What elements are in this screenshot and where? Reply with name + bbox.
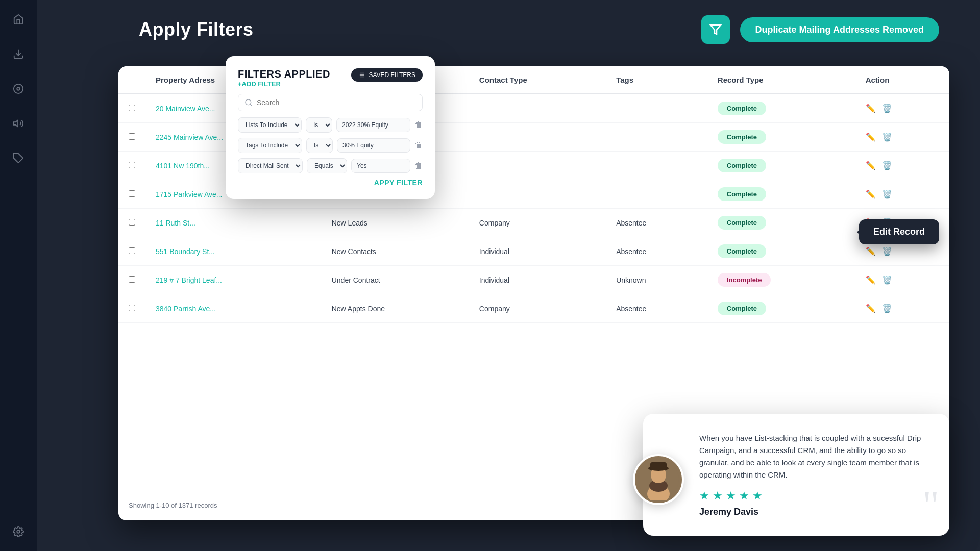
filter-op-2[interactable]: Is — [306, 138, 333, 153]
filter-op-3[interactable]: Equals — [307, 158, 347, 173]
row-tags-1 — [606, 123, 707, 152]
checkbox-2[interactable] — [129, 162, 135, 168]
row-tags-7: Absentee — [606, 294, 707, 323]
row-checkbox-5[interactable] — [118, 237, 145, 266]
row-tags-6: Unknown — [606, 266, 707, 294]
row-checkbox-2[interactable] — [118, 152, 145, 180]
row-address-5: 551 Boundary St... — [145, 237, 322, 266]
filters-header: FILTERS APPLIED +ADD FILTER SAVED FILTER… — [238, 68, 423, 88]
home-icon[interactable] — [9, 10, 28, 29]
star-3: ★ — [726, 489, 736, 503]
filter-value-3: Yes — [351, 159, 410, 173]
filter-search-input[interactable] — [257, 98, 416, 107]
filter-search-bar[interactable] — [238, 94, 423, 111]
row-leads-4: New Leads — [322, 209, 469, 237]
row-type-5: Complete — [707, 237, 855, 266]
row-contact-1 — [469, 123, 606, 152]
checkbox-6[interactable] — [129, 276, 135, 283]
status-badge-7: Complete — [718, 302, 766, 315]
svg-marker-3 — [14, 120, 18, 127]
filter-icon-button[interactable] — [701, 15, 730, 44]
delete-icon-7[interactable]: 🗑️ — [882, 304, 892, 313]
record-icon[interactable] — [9, 80, 28, 98]
edit-icon-7[interactable]: ✏️ — [866, 304, 876, 313]
settings-icon[interactable] — [9, 522, 28, 541]
svg-line-11 — [250, 104, 252, 106]
row-tags-3 — [606, 180, 707, 209]
row-checkbox-3[interactable] — [118, 180, 145, 209]
address-link-2[interactable]: 4101 Nw 190th... — [156, 162, 210, 170]
checkbox-7[interactable] — [129, 305, 135, 311]
row-checkbox-6[interactable] — [118, 266, 145, 294]
edit-icon-0[interactable]: ✏️ — [866, 104, 876, 113]
col-contact: Contact Type — [469, 66, 606, 94]
row-checkbox-4[interactable] — [118, 209, 145, 237]
filter-field-1[interactable]: Lists To Include — [238, 117, 302, 133]
row-tags-2 — [606, 152, 707, 180]
address-link-5[interactable]: 551 Boundary St... — [156, 247, 215, 256]
delete-icon-2[interactable]: 🗑️ — [882, 161, 892, 170]
filter-field-2[interactable]: Tags To Include — [238, 138, 302, 153]
filter-delete-1[interactable]: 🗑 — [414, 120, 423, 130]
filter-row-3: Direct Mail Sent Equals Yes 🗑 — [238, 158, 423, 173]
saved-filters-button[interactable]: SAVED FILTERS — [351, 68, 423, 82]
row-tags-5: Absentee — [606, 237, 707, 266]
filter-op-1[interactable]: Is — [306, 117, 332, 133]
edit-icon-3[interactable]: ✏️ — [866, 189, 876, 199]
delete-icon-6[interactable]: 🗑️ — [882, 275, 892, 285]
pagination-info: Showing 1-10 of 1371 records — [129, 502, 217, 509]
testimonial-card: When you have List-stacking that is coup… — [643, 414, 949, 536]
filter-delete-3[interactable]: 🗑 — [414, 161, 423, 170]
status-badge-1: Complete — [718, 130, 766, 144]
delete-icon-1[interactable]: 🗑️ — [882, 132, 892, 142]
quote-mark: " — [922, 485, 939, 525]
top-bar: Apply Filters Duplicate Mailing Addresse… — [139, 15, 939, 44]
svg-point-5 — [17, 530, 20, 533]
checkbox-1[interactable] — [129, 133, 135, 140]
row-action-0: ✏️ 🗑️ — [855, 94, 949, 123]
delete-icon-5[interactable]: 🗑️ — [882, 246, 892, 256]
filter-field-3[interactable]: Direct Mail Sent — [238, 158, 303, 173]
filter-delete-2[interactable]: 🗑 — [414, 141, 423, 150]
col-record-type: Record Type — [707, 66, 855, 94]
svg-point-1 — [14, 84, 23, 93]
tag-icon[interactable] — [9, 149, 28, 167]
table-row: 11 Ruth St... New Leads Company Absentee… — [118, 209, 949, 237]
svg-point-10 — [246, 99, 251, 105]
row-checkbox-7[interactable] — [118, 294, 145, 323]
filter-value-1: 2022 30% Equity — [336, 118, 410, 132]
checkbox-0[interactable] — [129, 105, 135, 111]
filters-title: FILTERS APPLIED — [238, 68, 330, 80]
filter-row-1: Lists To Include Is 2022 30% Equity 🗑 — [238, 117, 423, 133]
row-action-2: ✏️ 🗑️ — [855, 152, 949, 180]
delete-icon-3[interactable]: 🗑️ — [882, 189, 892, 199]
col-tags: Tags — [606, 66, 707, 94]
address-link-7[interactable]: 3840 Parrish Ave... — [156, 305, 216, 313]
duplicate-addresses-button[interactable]: Duplicate Mailing Addresses Removed — [740, 17, 939, 42]
status-badge-5: Complete — [718, 244, 766, 258]
row-address-4: 11 Ruth St... — [145, 209, 322, 237]
checkbox-3[interactable] — [129, 190, 135, 197]
edit-icon-5[interactable]: ✏️ — [866, 246, 876, 256]
checkbox-5[interactable] — [129, 247, 135, 254]
edit-icon-1[interactable]: ✏️ — [866, 132, 876, 142]
address-link-3[interactable]: 1715 Parkview Ave... — [156, 190, 222, 198]
checkbox-4[interactable] — [129, 219, 135, 226]
row-address-6: 219 # 7 Bright Leaf... — [145, 266, 322, 294]
row-type-6: Incomplete — [707, 266, 855, 294]
row-checkbox-0[interactable] — [118, 94, 145, 123]
address-link-1[interactable]: 2245 Mainview Ave... — [156, 133, 223, 141]
action-icons-2: ✏️ 🗑️ — [866, 161, 939, 170]
address-link-6[interactable]: 219 # 7 Bright Leaf... — [156, 276, 222, 284]
megaphone-icon[interactable] — [9, 114, 28, 133]
address-link-4[interactable]: 11 Ruth St... — [156, 219, 195, 227]
add-filter-link[interactable]: +ADD FILTER — [238, 80, 330, 88]
svg-point-16 — [651, 471, 666, 483]
row-checkbox-1[interactable] — [118, 123, 145, 152]
download-icon[interactable] — [9, 45, 28, 63]
delete-icon-0[interactable]: 🗑️ — [882, 104, 892, 113]
apply-filter-button[interactable]: APPY FILTER — [238, 179, 423, 187]
edit-icon-2[interactable]: ✏️ — [866, 161, 876, 170]
address-link-0[interactable]: 20 Mainview Ave... — [156, 105, 215, 113]
edit-icon-6[interactable]: ✏️ — [866, 275, 876, 285]
